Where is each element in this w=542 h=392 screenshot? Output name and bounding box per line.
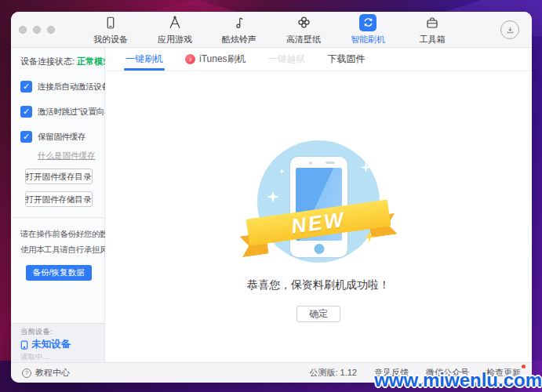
- update-badge-dot: [522, 365, 526, 368]
- device-icon: [102, 14, 119, 31]
- tab-one-click-jailbreak: 一键越狱: [257, 48, 317, 71]
- download-manager-button[interactable]: [500, 20, 519, 39]
- tutorial-center-link[interactable]: ? 教程中心: [22, 367, 70, 379]
- sidebar: 设备连接状态:正常模式 ✓ 连接后自动激活设备 ✓ 激活时跳过“设置向导” ✓ …: [11, 48, 105, 362]
- phone-home-button: [314, 244, 324, 254]
- ringtone-icon: [231, 14, 248, 31]
- traffic-lights: [19, 26, 55, 34]
- nav-label: 应用游戏: [158, 34, 192, 45]
- checkbox-row-keep-firmware-cache: ✓ 保留固件缓存: [20, 131, 96, 143]
- nav-item-toolbox[interactable]: 工具箱: [410, 14, 454, 45]
- checkbox-row-auto-activate: ✓ 连接后自动激活设备: [20, 81, 96, 93]
- current-device-label: 当前设备:: [20, 327, 95, 337]
- checkbox-checked[interactable]: ✓: [20, 131, 32, 143]
- minimize-button[interactable]: [33, 26, 41, 34]
- tab-one-click-flash[interactable]: 一键刷机: [115, 48, 174, 71]
- checkbox-checked[interactable]: ✓: [20, 81, 32, 93]
- checkbox-label: 连接后自动激活设备: [38, 82, 110, 93]
- main-area: 一键刷机 ♪ iTunes刷机 一键越狱 下载固件: [105, 48, 532, 362]
- warning-line: 请在操作前备份好您的数据: [20, 226, 96, 241]
- itunes-icon: ♪: [185, 54, 195, 64]
- device-loading-text: 读取中...: [20, 352, 95, 362]
- open-firmware-cache-dir-button[interactable]: 打开固件缓存目录: [25, 169, 93, 184]
- download-icon: [505, 25, 515, 35]
- checkbox-checked[interactable]: ✓: [20, 106, 32, 118]
- tab-label: 一键刷机: [125, 53, 163, 66]
- nav-item-my-devices[interactable]: 我的设备: [89, 14, 133, 45]
- close-button[interactable]: [19, 26, 27, 34]
- tutorial-center-label: 教程中心: [35, 367, 70, 379]
- tab-label: 下载固件: [328, 53, 366, 66]
- maximize-button[interactable]: [47, 26, 55, 34]
- checkbox-row-skip-setup: ✓ 激活时跳过“设置向导”: [20, 106, 96, 118]
- backup-restore-button[interactable]: 备份/恢复数据: [26, 265, 92, 281]
- backup-warning-text: 请在操作前备份好您的数据 使用本工具请自行承担风险: [20, 226, 96, 257]
- success-illustration: NEW: [240, 140, 397, 266]
- checkbox-label: 激活时跳过“设置向导”: [38, 107, 115, 118]
- status-label: 设备连接状态:: [20, 56, 75, 66]
- nav-label: 我的设备: [93, 34, 128, 45]
- app-window: 我的设备 应用游戏 酷炫铃声: [11, 12, 532, 383]
- current-device-panel: 当前设备: 未知设备 读取中...: [11, 323, 104, 362]
- watermark-text: www.miwenlu.com: [374, 369, 542, 391]
- window-body: 设备连接状态:正常模式 ✓ 连接后自动激活设备 ✓ 激活时跳过“设置向导” ✓ …: [11, 48, 532, 362]
- checkbox-label: 保留固件缓存: [38, 132, 85, 143]
- toolbar: 我的设备 应用游戏 酷炫铃声: [11, 12, 532, 48]
- sidebar-main: 设备连接状态:正常模式 ✓ 连接后自动激活设备 ✓ 激活时跳过“设置向导” ✓ …: [11, 48, 104, 323]
- tab-itunes-flash[interactable]: ♪ iTunes刷机: [174, 48, 257, 71]
- open-firmware-storage-dir-button[interactable]: 打开固件存储目录: [25, 191, 93, 207]
- nav-label: 工具箱: [420, 34, 446, 45]
- games-icon: [166, 14, 184, 31]
- nav-item-app-games[interactable]: 应用游戏: [153, 14, 197, 45]
- phone-icon: [20, 340, 28, 350]
- tab-download-firmware[interactable]: 下载固件: [317, 48, 376, 71]
- confirm-button[interactable]: 确定: [296, 306, 340, 322]
- phone-speaker: [326, 162, 335, 164]
- success-message: 恭喜您，保资料刷机成功啦！: [247, 278, 390, 292]
- nav-label: 酷炫铃声: [222, 34, 256, 45]
- divider: [11, 217, 104, 218]
- device-name-text: 未知设备: [31, 338, 71, 351]
- nav-item-smart-flash[interactable]: 智能刷机: [346, 14, 390, 45]
- nav-label: 智能刷机: [351, 34, 385, 45]
- toolbox-icon: [424, 14, 441, 31]
- what-is-firmware-cache-link[interactable]: 什么是固件缓存: [38, 151, 96, 162]
- phone-camera-dot: [309, 162, 312, 165]
- nav-item-ringtones[interactable]: 酷炫铃声: [217, 14, 261, 45]
- tab-label: iTunes刷机: [199, 53, 246, 66]
- tab-label: 一键越狱: [268, 53, 306, 66]
- flash-icon: [359, 14, 376, 31]
- tab-bar: 一键刷机 ♪ iTunes刷机 一键越狱 下载固件: [105, 48, 532, 71]
- version-text: 公测版: 1.12: [309, 367, 357, 379]
- wallpaper-icon: [295, 14, 312, 31]
- nav-item-wallpapers[interactable]: 高清壁纸: [282, 14, 326, 45]
- current-device-name: 未知设备: [20, 338, 95, 351]
- warning-line: 使用本工具请自行承担风险: [20, 241, 96, 257]
- nav-label: 高清壁纸: [286, 34, 321, 45]
- device-connection-status: 设备连接状态:正常模式: [20, 56, 96, 67]
- flash-success-panel: NEW 恭喜您，保资料刷机成功啦！ 确定: [105, 71, 532, 362]
- question-icon: ?: [22, 368, 31, 378]
- main-nav: 我的设备 应用游戏 酷炫铃声: [89, 14, 454, 45]
